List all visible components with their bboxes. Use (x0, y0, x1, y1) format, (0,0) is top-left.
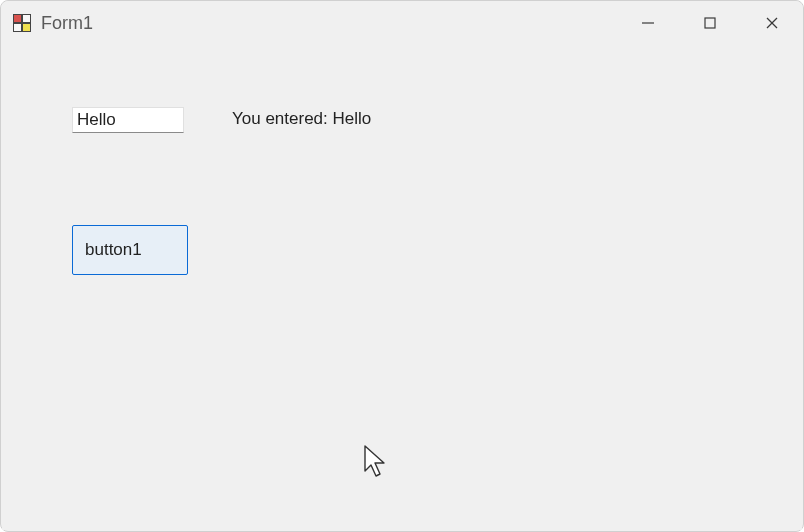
window-frame: Form1 You entered: Hello butto (0, 0, 804, 532)
close-button[interactable] (741, 1, 803, 45)
client-area: You entered: Hello button1 (2, 45, 802, 530)
button1[interactable]: button1 (72, 225, 188, 275)
minimize-button[interactable] (617, 1, 679, 45)
window-title: Form1 (41, 13, 617, 34)
text-input[interactable] (72, 107, 184, 133)
cursor-icon (364, 445, 390, 481)
maximize-icon (703, 16, 717, 30)
window-controls (617, 1, 803, 45)
minimize-icon (641, 16, 655, 30)
close-icon (765, 16, 779, 30)
app-icon (13, 14, 31, 32)
titlebar[interactable]: Form1 (1, 1, 803, 45)
maximize-button[interactable] (679, 1, 741, 45)
output-label: You entered: Hello (232, 109, 371, 129)
svg-rect-1 (705, 18, 715, 28)
